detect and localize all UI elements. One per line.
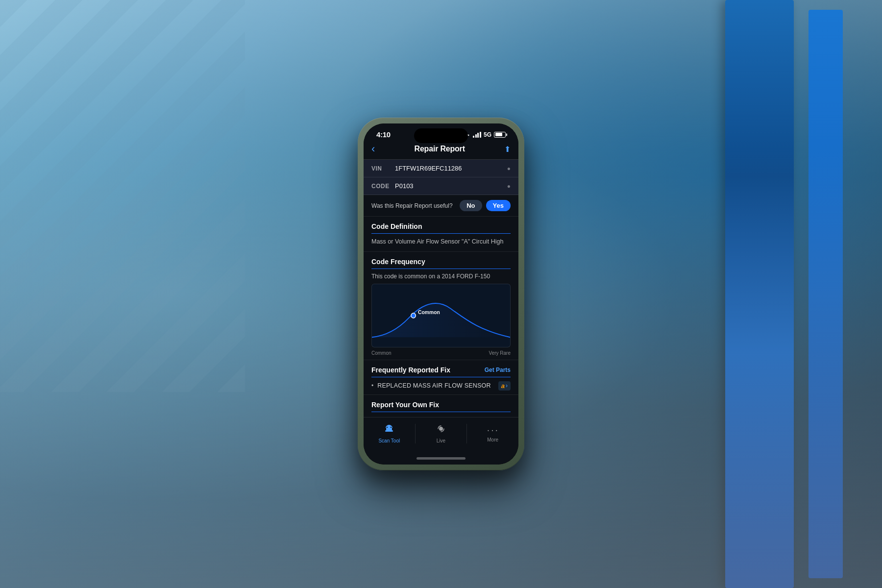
code-value: P0103 [395,182,507,190]
amazon-logo: a [501,382,505,390]
chart-label-left: Common [371,350,392,356]
svg-text:Common: Common [418,309,440,315]
battery-fill [495,133,502,136]
fix-section-header: Frequently Reported Fix Get Parts [371,366,511,377]
fix-bullet: • [371,382,373,389]
svg-rect-2 [385,430,393,432]
content-area: VIN 1FTFW1R69EFC11286 ● CODE P0103 ● Was… [364,160,518,417]
code-definition-body: Mass or Volume Air Flow Sensor "A" Circu… [371,238,511,251]
code-row[interactable]: CODE P0103 ● [364,177,518,195]
tab-more[interactable]: ● ● ● More [467,423,518,444]
more-label: More [487,437,498,442]
phone-inner: 4:10 ► 5G [364,123,518,465]
get-parts-button[interactable]: Get Parts [485,367,511,373]
more-icon: ● ● ● [488,425,498,436]
tab-scan-tool[interactable]: Scan Tool [364,421,415,445]
phone-device: 4:10 ► 5G [358,118,524,470]
bg-stairs [0,0,245,392]
bg-blue-rail2 [808,10,843,578]
amazon-button[interactable]: a › [498,381,511,391]
bg-blue-rail [725,0,794,588]
feedback-yes-button[interactable]: Yes [486,200,511,211]
feedback-question: Was this Repair Report useful? [371,202,453,209]
code-label: CODE [371,183,395,190]
live-label: Live [437,438,445,443]
status-time: 4:10 [376,130,391,139]
chart-labels: Common Very Rare [371,349,511,360]
report-own-fix-section: Report Your Own Fix Type of Fix Choose a… [364,395,518,417]
frequency-chart: Common [371,284,511,347]
signal-bar-2 [475,134,477,138]
frequency-description: This code is common on a 2014 FORD F-150 [371,273,511,280]
signal-bar-1 [473,136,474,138]
chart-svg: Common [372,284,510,347]
frequently-reported-fix-section: Frequently Reported Fix Get Parts • REPL… [364,360,518,395]
scan-tool-icon [384,423,394,437]
tab-bar: Scan Tool Live [364,417,518,455]
signal-bar-3 [477,133,479,138]
code-frequency-section: Code Frequency This code is common on a … [364,252,518,360]
home-indicator [416,457,466,460]
tab-live[interactable]: Live [416,421,467,445]
chart-label-right: Very Rare [489,350,511,356]
nav-header: ‹ Repair Report ⬆ [364,141,518,160]
report-fix-title: Report Your Own Fix [371,401,511,412]
vin-value: 1FTFW1R69EFC11286 [395,165,507,172]
share-button[interactable]: ⬆ [504,145,511,154]
page-title: Repair Report [415,145,465,153]
vin-label: VIN [371,165,395,172]
code-chevron: ● [507,183,511,190]
battery-icon [494,132,506,138]
svg-point-3 [439,427,443,431]
signal-indicator [473,132,481,138]
network-type: 5G [484,131,491,138]
code-definition-title: Code Definition [371,222,511,234]
svg-rect-1 [386,428,392,430]
scan-tool-label: Scan Tool [378,438,400,443]
back-button[interactable]: ‹ [371,143,375,155]
feedback-buttons: No Yes [460,200,511,211]
amazon-chevron: › [506,382,508,389]
fix-section-title: Frequently Reported Fix [371,366,450,374]
dynamic-island [414,128,468,143]
fix-text: REPLACED MASS AIR FLOW SENSOR [377,382,494,389]
code-definition-section: Code Definition Mass or Volume Air Flow … [364,217,518,252]
code-frequency-title: Code Frequency [371,258,511,269]
screen: 4:10 ► 5G [364,123,518,465]
status-right: ► 5G [466,131,506,138]
vin-row[interactable]: VIN 1FTFW1R69EFC11286 ● [364,160,518,177]
feedback-row: Was this Repair Report useful? No Yes [364,195,518,217]
fix-item: • REPLACED MASS AIR FLOW SENSOR a › [371,381,511,394]
chart-dot [411,313,416,318]
scene-center: 4:10 ► 5G [358,118,524,470]
signal-bar-4 [480,132,481,138]
feedback-no-button[interactable]: No [460,200,482,211]
vin-chevron: ● [507,165,511,172]
live-icon [436,423,446,437]
